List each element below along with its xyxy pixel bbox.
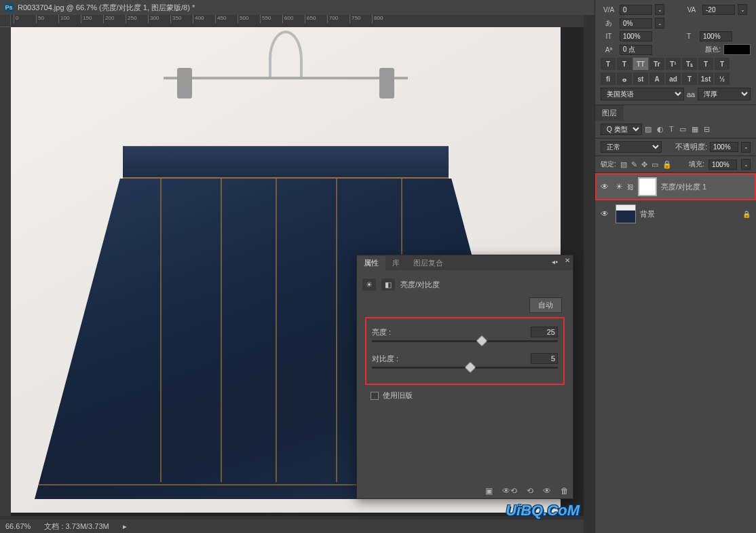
opentype-feature-button[interactable]: ⴰ <box>617 73 632 85</box>
layer-visibility-icon[interactable]: 👁 <box>601 182 611 191</box>
lock-position-icon[interactable]: ✥ <box>641 160 647 169</box>
mask-link-icon[interactable]: ⛓ <box>627 183 634 191</box>
kerning-metric-dropdown[interactable]: ⌄ <box>655 4 664 15</box>
filter-shape-icon[interactable]: ▭ <box>679 125 686 134</box>
legacy-checkbox[interactable] <box>371 392 379 400</box>
contrast-input[interactable] <box>531 353 558 364</box>
layers-tab[interactable]: 图层 <box>595 105 624 121</box>
fill-input[interactable] <box>708 160 737 170</box>
view-previous-icon[interactable]: 👁⟲ <box>502 486 517 496</box>
tracking-dropdown[interactable]: ⌄ <box>738 4 747 15</box>
layer-filter-type[interactable]: Q 类型 <box>601 124 642 135</box>
kerning-metric-input[interactable] <box>620 5 652 15</box>
horizontal-scale-icon: T <box>681 33 697 40</box>
kerning-metric-icon: V/A <box>601 6 617 14</box>
color-label: 颜色: <box>705 45 721 54</box>
metric-input[interactable] <box>620 18 652 29</box>
fill-dropdown[interactable]: ⌄ <box>741 159 751 170</box>
layer-name[interactable]: 背景 <box>640 209 655 219</box>
tab-layer-comps[interactable]: 图层复合 <box>407 256 450 270</box>
opentype-feature-button[interactable]: ½ <box>715 73 730 85</box>
ruler-horizontal[interactable]: 0501001502002503003504004505005506006507… <box>11 15 584 27</box>
text-style-button[interactable]: TT <box>633 58 648 70</box>
text-style-button[interactable]: T₁ <box>682 58 697 70</box>
anti-alias-select[interactable]: 浑厚 <box>698 88 751 100</box>
opacity-dropdown[interactable]: ⌄ <box>741 142 751 153</box>
opacity-input[interactable] <box>710 142 738 152</box>
toggle-visibility-icon[interactable]: 👁 <box>543 486 551 496</box>
lock-artboard-icon[interactable]: ▭ <box>651 160 658 169</box>
metric-dropdown[interactable]: ⌄ <box>655 18 664 29</box>
opentype-feature-button[interactable]: st <box>633 73 648 85</box>
language-select[interactable]: 美国英语 <box>601 88 684 100</box>
opentype-feature-button[interactable]: fi <box>601 73 616 85</box>
metric-selector-icon: あ <box>601 18 617 28</box>
filter-adjustment-icon[interactable]: ◐ <box>657 125 664 134</box>
baseline-shift-icon: Aª <box>601 46 617 54</box>
opentype-feature-button[interactable]: 1st <box>698 73 713 85</box>
ruler-vertical[interactable] <box>0 27 11 516</box>
properties-panel: 属性 库 图层复合 ◂▪ ✕ ☀ ◧ 亮度/对比度 自动 亮度 : <box>356 255 573 499</box>
properties-panel-header[interactable]: 属性 库 图层复合 ◂▪ ✕ <box>357 255 573 270</box>
brightness-input[interactable] <box>531 327 558 337</box>
text-style-button[interactable]: T <box>601 58 616 70</box>
lock-label: 锁定: <box>601 160 616 169</box>
filter-toggle-icon[interactable]: ⊟ <box>704 125 710 134</box>
document-title: R0033704.jpg @ 66.7% (亮度/对比度 1, 图层蒙版/8) … <box>18 3 195 13</box>
tab-libraries[interactable]: 库 <box>385 256 407 270</box>
vertical-scale-icon: IT <box>601 33 617 40</box>
layer-locked-icon[interactable]: 🔒 <box>742 210 751 218</box>
mask-icon: ◧ <box>381 278 395 291</box>
layer-visibility-icon[interactable]: 👁 <box>601 209 611 219</box>
lock-all-icon[interactable]: 🔒 <box>662 160 672 169</box>
contrast-label: 对比度 : <box>372 354 398 364</box>
blend-mode-select[interactable]: 正常 <box>601 141 662 153</box>
lock-transparent-icon[interactable]: ▧ <box>620 160 627 169</box>
opentype-feature-button[interactable]: T <box>682 73 697 85</box>
layer-thumbnail[interactable] <box>616 204 636 223</box>
text-style-button[interactable]: T <box>617 58 632 70</box>
slider-highlight: 亮度 : 对比度 : <box>365 317 565 385</box>
text-color-swatch[interactable] <box>723 44 751 55</box>
opentype-feature-button[interactable]: ad <box>666 73 681 85</box>
text-style-button[interactable]: Tr <box>649 58 664 70</box>
ruler-origin[interactable] <box>0 15 11 27</box>
baseline-shift-input[interactable] <box>620 45 652 55</box>
adjustment-layer-icon: ☀ <box>616 182 623 191</box>
horizontal-scale-input[interactable] <box>700 31 732 41</box>
clip-to-layer-icon[interactable]: ▣ <box>485 486 493 496</box>
status-chevron-icon[interactable]: ▸ <box>123 522 127 531</box>
anti-alias-icon: aa <box>687 90 695 98</box>
zoom-display[interactable]: 66.67% <box>5 522 31 530</box>
fill-label: 填充: <box>689 160 704 169</box>
opentype-feature-button[interactable]: A <box>649 73 664 85</box>
auto-button[interactable]: 自动 <box>529 297 562 313</box>
tracking-input[interactable] <box>702 5 735 15</box>
property-title: 亮度/对比度 <box>400 280 440 290</box>
text-style-button[interactable]: T <box>698 58 713 70</box>
reset-icon[interactable]: ⟲ <box>527 486 533 496</box>
ps-app-icon: Ps <box>4 3 14 12</box>
layer-item-adjustment[interactable]: 👁 ☀ ⛓ 亮度/对比度 1 <box>595 173 756 200</box>
layers-panel: 图层 Q 类型 ▨ ◐ T ▭ ▦ ⊟ 正常 不透明度: ⌄ 锁定: ▧ ✎ ✥… <box>595 105 756 227</box>
property-type-header: ☀ ◧ 亮度/对比度 <box>362 276 567 297</box>
layer-mask-thumbnail[interactable] <box>638 177 657 196</box>
filter-smart-icon[interactable]: ▦ <box>692 125 698 134</box>
filter-type-icon[interactable]: T <box>669 125 674 134</box>
delete-adjustment-icon[interactable]: 🗑 <box>561 486 569 496</box>
layer-name[interactable]: 亮度/对比度 1 <box>661 182 706 192</box>
filter-pixel-icon[interactable]: ▨ <box>645 125 651 134</box>
tab-properties[interactable]: 属性 <box>357 256 385 270</box>
contrast-slider[interactable] <box>372 367 558 369</box>
brightness-icon: ☀ <box>362 278 376 291</box>
panel-close-icon[interactable]: ✕ <box>565 257 570 264</box>
panel-menu-icon[interactable]: ◂▪ <box>552 258 558 265</box>
text-style-button[interactable]: T <box>715 58 730 70</box>
brightness-slider[interactable] <box>372 340 558 342</box>
text-style-button[interactable]: T¹ <box>666 58 681 70</box>
layer-item-background[interactable]: 👁 背景 🔒 <box>595 200 756 227</box>
status-bar: 66.67% 文档 : 3.73M/3.73M ▸ <box>0 519 584 533</box>
doc-size-display[interactable]: 文档 : 3.73M/3.73M <box>44 521 109 532</box>
lock-image-icon[interactable]: ✎ <box>631 160 637 169</box>
vertical-scale-input[interactable] <box>620 31 652 41</box>
